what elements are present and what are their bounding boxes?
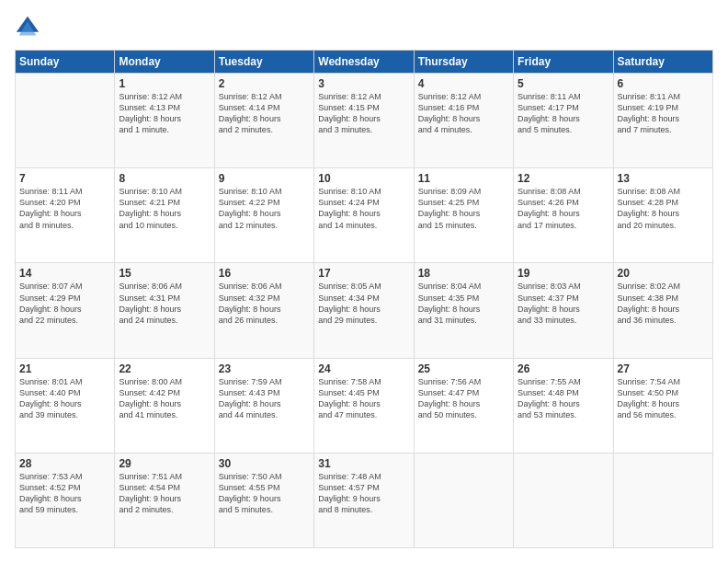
day-number: 26 — [518, 362, 609, 375]
day-number: 2 — [219, 77, 310, 90]
day-info: Sunrise: 7:56 AM Sunset: 4:47 PM Dayligh… — [418, 376, 509, 421]
day-number: 5 — [518, 77, 609, 90]
day-info: Sunrise: 7:59 AM Sunset: 4:43 PM Dayligh… — [219, 376, 310, 421]
day-info: Sunrise: 8:01 AM Sunset: 4:40 PM Dayligh… — [19, 376, 110, 421]
day-number: 31 — [318, 457, 409, 470]
calendar-cell: 12Sunrise: 8:08 AM Sunset: 4:26 PM Dayli… — [514, 168, 613, 263]
header-day-wednesday: Wednesday — [314, 51, 414, 74]
header-day-monday: Monday — [115, 51, 214, 74]
calendar-cell: 19Sunrise: 8:03 AM Sunset: 4:37 PM Dayli… — [514, 263, 613, 358]
header-day-sunday: Sunday — [16, 51, 115, 74]
day-number: 23 — [219, 362, 310, 375]
day-info: Sunrise: 8:09 AM Sunset: 4:25 PM Dayligh… — [418, 186, 509, 231]
day-number: 4 — [418, 77, 509, 90]
day-info: Sunrise: 8:06 AM Sunset: 4:31 PM Dayligh… — [119, 281, 210, 326]
day-number: 24 — [318, 362, 409, 375]
day-number: 11 — [418, 172, 509, 185]
calendar-cell: 14Sunrise: 8:07 AM Sunset: 4:29 PM Dayli… — [16, 263, 115, 358]
day-number: 1 — [119, 77, 210, 90]
calendar-header-row: SundayMondayTuesdayWednesdayThursdayFrid… — [16, 51, 713, 74]
calendar-cell: 30Sunrise: 7:50 AM Sunset: 4:55 PM Dayli… — [214, 453, 313, 547]
day-info: Sunrise: 8:12 AM Sunset: 4:16 PM Dayligh… — [418, 91, 509, 136]
calendar-cell — [16, 74, 115, 168]
day-info: Sunrise: 8:05 AM Sunset: 4:34 PM Dayligh… — [318, 281, 409, 326]
day-info: Sunrise: 8:10 AM Sunset: 4:24 PM Dayligh… — [318, 186, 409, 231]
day-info: Sunrise: 8:10 AM Sunset: 4:21 PM Dayligh… — [119, 186, 210, 231]
day-info: Sunrise: 7:51 AM Sunset: 4:54 PM Dayligh… — [119, 471, 210, 516]
day-info: Sunrise: 8:02 AM Sunset: 4:38 PM Dayligh… — [618, 281, 709, 326]
day-number: 8 — [119, 172, 210, 185]
day-info: Sunrise: 7:55 AM Sunset: 4:48 PM Dayligh… — [518, 376, 609, 421]
calendar-cell — [414, 453, 513, 547]
day-number: 30 — [219, 457, 310, 470]
calendar-cell: 10Sunrise: 8:10 AM Sunset: 4:24 PM Dayli… — [314, 168, 414, 263]
day-number: 10 — [318, 172, 409, 185]
calendar-cell: 8Sunrise: 8:10 AM Sunset: 4:21 PM Daylig… — [115, 168, 214, 263]
day-number: 25 — [418, 362, 509, 375]
day-number: 18 — [418, 267, 509, 280]
header-day-friday: Friday — [514, 51, 613, 74]
day-info: Sunrise: 8:12 AM Sunset: 4:13 PM Dayligh… — [119, 91, 210, 136]
header-day-saturday: Saturday — [613, 51, 712, 74]
calendar-cell: 31Sunrise: 7:48 AM Sunset: 4:57 PM Dayli… — [314, 453, 414, 547]
day-number: 20 — [618, 267, 709, 280]
logo — [15, 15, 44, 40]
calendar-cell: 23Sunrise: 7:59 AM Sunset: 4:43 PM Dayli… — [214, 358, 313, 453]
day-info: Sunrise: 8:10 AM Sunset: 4:22 PM Dayligh… — [219, 186, 310, 231]
day-info: Sunrise: 8:04 AM Sunset: 4:35 PM Dayligh… — [418, 281, 509, 326]
calendar-cell: 9Sunrise: 8:10 AM Sunset: 4:22 PM Daylig… — [214, 168, 313, 263]
week-row-2: 7Sunrise: 8:11 AM Sunset: 4:20 PM Daylig… — [16, 168, 713, 263]
calendar-cell — [514, 453, 613, 547]
day-info: Sunrise: 8:12 AM Sunset: 4:15 PM Dayligh… — [318, 91, 409, 136]
day-number: 6 — [618, 77, 709, 90]
calendar-cell: 3Sunrise: 8:12 AM Sunset: 4:15 PM Daylig… — [314, 74, 414, 168]
week-row-5: 28Sunrise: 7:53 AM Sunset: 4:52 PM Dayli… — [16, 453, 713, 547]
calendar-cell: 28Sunrise: 7:53 AM Sunset: 4:52 PM Dayli… — [16, 453, 115, 547]
day-info: Sunrise: 8:03 AM Sunset: 4:37 PM Dayligh… — [518, 281, 609, 326]
day-number: 9 — [219, 172, 310, 185]
calendar-cell: 7Sunrise: 8:11 AM Sunset: 4:20 PM Daylig… — [16, 168, 115, 263]
calendar-cell — [613, 453, 712, 547]
calendar-cell: 5Sunrise: 8:11 AM Sunset: 4:17 PM Daylig… — [514, 74, 613, 168]
calendar-cell: 26Sunrise: 7:55 AM Sunset: 4:48 PM Dayli… — [514, 358, 613, 453]
logo-icon — [15, 15, 40, 40]
day-number: 22 — [119, 362, 210, 375]
calendar-cell: 22Sunrise: 8:00 AM Sunset: 4:42 PM Dayli… — [115, 358, 214, 453]
week-row-4: 21Sunrise: 8:01 AM Sunset: 4:40 PM Dayli… — [16, 358, 713, 453]
calendar-cell: 29Sunrise: 7:51 AM Sunset: 4:54 PM Dayli… — [115, 453, 214, 547]
day-number: 21 — [19, 362, 110, 375]
week-row-1: 1Sunrise: 8:12 AM Sunset: 4:13 PM Daylig… — [16, 74, 713, 168]
header-day-tuesday: Tuesday — [214, 51, 313, 74]
header-day-thursday: Thursday — [414, 51, 513, 74]
page-header — [15, 15, 713, 40]
calendar-cell: 4Sunrise: 8:12 AM Sunset: 4:16 PM Daylig… — [414, 74, 513, 168]
day-info: Sunrise: 7:50 AM Sunset: 4:55 PM Dayligh… — [219, 471, 310, 516]
day-number: 14 — [19, 267, 110, 280]
calendar-cell: 21Sunrise: 8:01 AM Sunset: 4:40 PM Dayli… — [16, 358, 115, 453]
day-info: Sunrise: 8:07 AM Sunset: 4:29 PM Dayligh… — [19, 281, 110, 326]
calendar-cell: 13Sunrise: 8:08 AM Sunset: 4:28 PM Dayli… — [613, 168, 712, 263]
calendar-cell: 27Sunrise: 7:54 AM Sunset: 4:50 PM Dayli… — [613, 358, 712, 453]
day-number: 15 — [119, 267, 210, 280]
calendar-cell: 17Sunrise: 8:05 AM Sunset: 4:34 PM Dayli… — [314, 263, 414, 358]
day-number: 3 — [318, 77, 409, 90]
day-number: 7 — [19, 172, 110, 185]
day-info: Sunrise: 7:58 AM Sunset: 4:45 PM Dayligh… — [318, 376, 409, 421]
calendar-cell: 16Sunrise: 8:06 AM Sunset: 4:32 PM Dayli… — [214, 263, 313, 358]
day-number: 13 — [618, 172, 709, 185]
day-info: Sunrise: 7:54 AM Sunset: 4:50 PM Dayligh… — [618, 376, 709, 421]
calendar-cell: 25Sunrise: 7:56 AM Sunset: 4:47 PM Dayli… — [414, 358, 513, 453]
calendar-cell: 20Sunrise: 8:02 AM Sunset: 4:38 PM Dayli… — [613, 263, 712, 358]
calendar-cell: 11Sunrise: 8:09 AM Sunset: 4:25 PM Dayli… — [414, 168, 513, 263]
week-row-3: 14Sunrise: 8:07 AM Sunset: 4:29 PM Dayli… — [16, 263, 713, 358]
day-number: 27 — [618, 362, 709, 375]
day-info: Sunrise: 8:11 AM Sunset: 4:17 PM Dayligh… — [518, 91, 609, 136]
day-info: Sunrise: 8:08 AM Sunset: 4:28 PM Dayligh… — [618, 186, 709, 231]
day-number: 17 — [318, 267, 409, 280]
calendar-cell: 2Sunrise: 8:12 AM Sunset: 4:14 PM Daylig… — [214, 74, 313, 168]
day-number: 16 — [219, 267, 310, 280]
day-info: Sunrise: 8:11 AM Sunset: 4:20 PM Dayligh… — [19, 186, 110, 231]
calendar-cell: 18Sunrise: 8:04 AM Sunset: 4:35 PM Dayli… — [414, 263, 513, 358]
day-info: Sunrise: 8:08 AM Sunset: 4:26 PM Dayligh… — [518, 186, 609, 231]
day-info: Sunrise: 7:53 AM Sunset: 4:52 PM Dayligh… — [19, 471, 110, 516]
